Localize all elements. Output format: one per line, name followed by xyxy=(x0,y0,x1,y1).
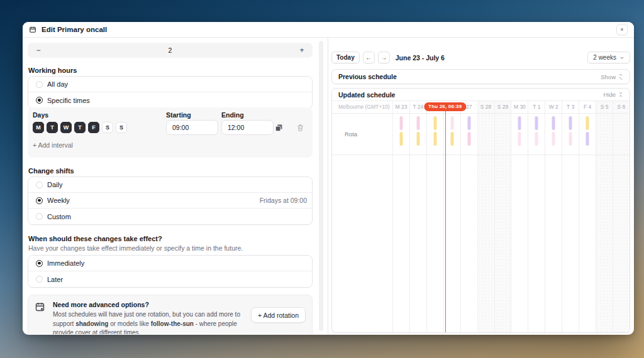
shift-bar[interactable] xyxy=(467,132,470,146)
take-effect-option-immediately[interactable]: Immediately xyxy=(28,256,312,271)
edit-oncall-dialog: Edit Primary oncall × − 2 + Working hour… xyxy=(23,22,634,335)
next-period-button[interactable]: → xyxy=(378,52,390,63)
take-effect-label: When should these changes take effect? xyxy=(28,235,162,242)
change-shifts-option-custom[interactable]: Custom xyxy=(28,209,312,224)
timeline-grid: Melbourne (GMT+10) Rota M 23T 2427S 28S … xyxy=(332,101,630,332)
stepper-value: 2 xyxy=(43,46,297,54)
edit-form-pane: − 2 + Working hours All daySpecific time… xyxy=(23,38,328,334)
change-shifts-options: DailyWeeklyFridays at 09:00Custom xyxy=(28,176,313,225)
prev-period-button[interactable]: ← xyxy=(363,52,375,63)
starting-time-input[interactable] xyxy=(166,120,218,135)
shift-bar[interactable] xyxy=(416,116,419,130)
advanced-options-title: Need more advanced options? xyxy=(53,301,242,308)
change-shifts-option-daily[interactable]: Daily xyxy=(28,177,312,193)
shift-bar[interactable] xyxy=(399,132,402,146)
shift-bar[interactable] xyxy=(552,132,555,146)
increment-button[interactable]: + xyxy=(297,46,306,55)
add-interval-button[interactable]: + Add interval xyxy=(33,141,73,149)
ending-time-input[interactable] xyxy=(221,120,274,135)
timeline-day-column: M 30 xyxy=(511,101,528,332)
timeline-day-column: F 4 xyxy=(579,101,596,332)
advanced-options-text: Need more advanced options? Most schedul… xyxy=(53,301,242,334)
timezone-label: Melbourne (GMT+10) xyxy=(338,101,390,113)
option-label: Daily xyxy=(47,181,62,188)
timeline-day-column xyxy=(443,101,460,332)
shift-bar[interactable] xyxy=(535,116,538,130)
working-hours-option-specific-times[interactable]: Specific times xyxy=(28,92,312,108)
shift-bar[interactable] xyxy=(433,116,436,130)
advanced-bold-term: shadowing xyxy=(75,320,108,327)
timeline-day-column: W 2 xyxy=(545,101,562,332)
close-icon[interactable]: × xyxy=(616,24,628,35)
dialog-header: Edit Primary oncall × xyxy=(23,22,634,38)
day-chip-2[interactable]: W xyxy=(60,122,72,133)
shift-bar[interactable] xyxy=(586,116,589,130)
zoom-select[interactable]: 2 weeks xyxy=(587,52,630,63)
day-chip-6[interactable]: S xyxy=(116,122,127,133)
timeline-day-column: T 3 xyxy=(562,101,579,332)
add-rotation-button[interactable]: + Add rotation xyxy=(251,307,306,323)
shift-bar[interactable] xyxy=(467,116,470,130)
take-effect-option-later[interactable]: Later xyxy=(28,271,312,287)
change-shifts-option-weekly[interactable]: WeeklyFridays at 09:00 xyxy=(28,193,312,209)
rota-row-divider xyxy=(332,155,630,155)
interval-panel: Days MTWTFSS Starting Ending xyxy=(28,107,313,158)
current-time-indicator xyxy=(445,111,446,332)
delete-interval-button[interactable] xyxy=(294,122,306,133)
shift-bar[interactable] xyxy=(569,116,572,130)
day-chip-5[interactable]: S xyxy=(102,122,113,133)
calendar-plus-icon xyxy=(35,301,46,334)
collapse-icon xyxy=(618,92,623,97)
radio-icon xyxy=(36,260,43,267)
hide-updated-schedule-button[interactable]: Hide xyxy=(603,91,623,98)
radio-icon xyxy=(36,197,43,204)
day-chip-3[interactable]: T xyxy=(74,122,86,133)
timeline-columns: M 23T 2427S 28S 29M 30T 1W 2T 3F 4S 5S 6 xyxy=(392,101,630,332)
day-column-label: W 2 xyxy=(545,101,562,113)
left-pane-scrollbar[interactable] xyxy=(319,41,323,331)
timeline-day-column: M 23 xyxy=(392,101,409,332)
rota-row-label: Rota xyxy=(345,113,357,155)
shift-bar[interactable] xyxy=(399,116,402,130)
decrement-button[interactable]: − xyxy=(34,46,43,55)
arrow-left-icon: ← xyxy=(365,54,372,61)
shift-bar[interactable] xyxy=(518,132,521,146)
updated-schedule-card: Updated schedule Hide Melbourne (GMT+10)… xyxy=(331,88,630,333)
shift-bar[interactable] xyxy=(535,132,538,146)
advanced-options-panel: Need more advanced options? Most schedul… xyxy=(28,295,313,334)
advanced-options-body: Most schedules will have just one rotati… xyxy=(53,310,242,334)
working-hours-option-all-day[interactable]: All day xyxy=(28,77,312,92)
zoom-select-value: 2 weeks xyxy=(593,54,616,61)
day-chip-0[interactable]: M xyxy=(33,122,44,133)
arrow-right-icon: → xyxy=(380,54,387,61)
day-chip-1[interactable]: T xyxy=(47,122,58,133)
advanced-bold-term: follow-the-sun xyxy=(151,320,194,327)
unfold-icon xyxy=(618,74,623,80)
shift-bar[interactable] xyxy=(552,116,555,130)
copy-interval-button[interactable] xyxy=(273,122,284,133)
calendar-icon xyxy=(29,26,36,33)
take-effect-options: ImmediatelyLater xyxy=(28,255,313,288)
today-button[interactable]: Today xyxy=(331,52,360,63)
shift-bar[interactable] xyxy=(569,132,572,146)
option-label: Custom xyxy=(47,213,71,220)
shift-bar[interactable] xyxy=(433,132,436,146)
shift-bar[interactable] xyxy=(586,132,589,146)
day-chip-4[interactable]: F xyxy=(88,122,99,133)
option-label: Immediately xyxy=(47,259,84,267)
radio-icon xyxy=(36,81,43,88)
rotation-count-stepper: − 2 + xyxy=(28,43,313,58)
radio-icon xyxy=(36,182,43,188)
timeline-day-column: S 28 xyxy=(477,101,494,332)
ending-label: Ending xyxy=(221,111,244,119)
advanced-text: or models like xyxy=(108,320,150,327)
current-time-badge: Thu 26, 06:39 xyxy=(424,102,466,111)
schedule-preview-pane: Today ← → June 23 - July 6 2 weeks Previ… xyxy=(328,38,634,334)
shift-bar[interactable] xyxy=(450,116,453,130)
shift-bar[interactable] xyxy=(416,132,419,146)
date-range-label: June 23 - July 6 xyxy=(396,54,445,62)
shift-bar[interactable] xyxy=(518,116,521,130)
shift-bar[interactable] xyxy=(450,132,453,146)
day-column-label: M 23 xyxy=(393,101,409,113)
show-previous-schedule-button[interactable]: Show xyxy=(601,73,623,80)
